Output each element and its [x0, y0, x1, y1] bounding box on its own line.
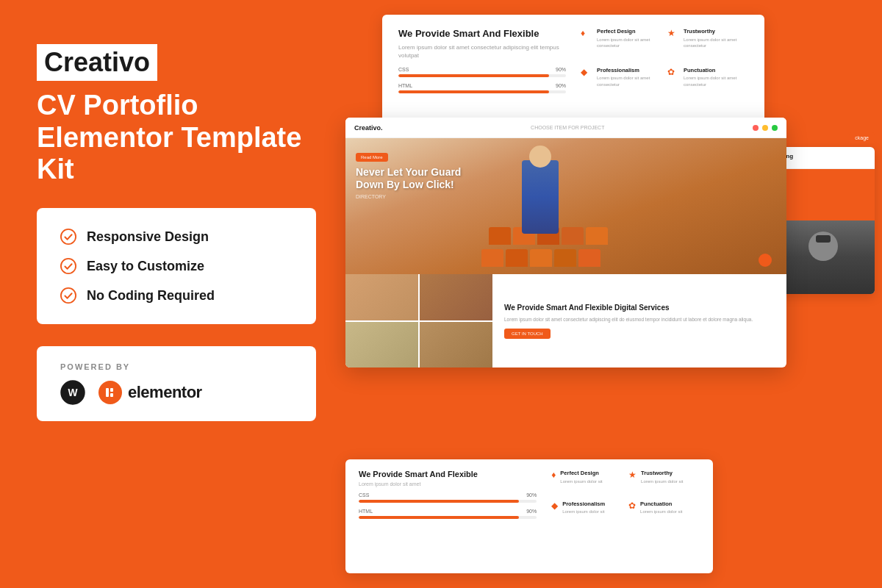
svg-point-1 — [61, 259, 76, 273]
sc-bottom-skill-css: CSS 90% — [359, 492, 537, 503]
design-name: Perfect Design — [597, 28, 662, 35]
features-box: Responsive Design Easy to Customize No C… — [37, 208, 316, 324]
skill-css-name: CSS — [398, 67, 409, 72]
sc-hero-area: Read More Never Let Your Guard Down By L… — [345, 138, 786, 274]
gallery-cell-2 — [420, 274, 492, 320]
bottom-design-icon: ♦ — [551, 470, 556, 480]
bottom-css-fill — [359, 500, 519, 503]
powered-box: POWERED BY W elementor — [37, 346, 316, 421]
sc-feature-design: ♦ Perfect Design Lorem ipsum dolor sit a… — [581, 28, 662, 61]
sc-services-title: We Provide Smart And Flexible Digital Se… — [504, 303, 775, 312]
sc-services-btn[interactable]: GET IN TOUCH — [504, 329, 551, 339]
sc-nav-label: CHOOSE ITEM FOR PROJECT — [531, 125, 604, 130]
sc-feature-professionalism: ◆ Professionalism Lorem ipsum dolor sit … — [581, 67, 662, 100]
bottom-punctuation-name: Punctuation — [640, 501, 682, 508]
subtitle-line1: CV Portoflio — [37, 90, 198, 121]
title-text: CV Portoflio Elementor Template Kit — [37, 90, 316, 186]
sc-services-desc: Lorem ipsum dolor sit amet consectetur a… — [504, 316, 775, 323]
sc-top-desc: Lorem ipsum dolor sit amet consectetur a… — [398, 43, 566, 60]
subtitle-line2: Elementor Template — [37, 122, 301, 153]
skill-css-bar-bg — [398, 74, 566, 77]
punctuation-name: Punctuation — [684, 67, 748, 74]
gallery-cell-3 — [345, 322, 418, 368]
sc-top-title: We Provide Smart And Flexible — [398, 28, 566, 39]
dot-red — [753, 125, 759, 131]
sc-nav-button[interactable] — [759, 254, 772, 267]
sc-feature-punctuation: ✿ Punctuation Lorem ipsum dolor sit amet… — [667, 67, 748, 100]
professionalism-desc: Lorem ipsum dolor sit amet consectetur — [597, 75, 662, 87]
svg-rect-6 — [106, 388, 109, 397]
sc-nav-dots — [753, 125, 778, 131]
screenshot-top: We Provide Smart And Flexible Lorem ipsu… — [382, 15, 764, 132]
svg-point-0 — [61, 229, 76, 244]
design-desc: Lorem ipsum dolor sit amet consectetur — [597, 37, 662, 49]
bottom-trustworthy-name: Trustworthy — [641, 470, 683, 477]
feature-label-customize: Easy to Customize — [87, 259, 204, 274]
sc-bottom-desc: Lorem ipsum dolor sit amet — [359, 481, 537, 487]
bottom-punctuation-desc: Lorem ipsum dolor sit — [640, 509, 682, 514]
check-icon-customize — [60, 258, 76, 274]
skill-html: HTML 90% — [398, 83, 566, 93]
bottom-professionalism-icon: ◆ — [551, 501, 558, 511]
sc-corner-label: ckage — [849, 132, 875, 143]
sc-main-header: Creativo. CHOOSE ITEM FOR PROJECT — [345, 118, 786, 138]
bottom-html-fill — [359, 516, 519, 519]
powered-by-label: POWERED BY — [60, 362, 293, 371]
sc-gallery-right: We Provide Smart And Flexible Digital Se… — [492, 274, 786, 368]
bottom-trustworthy-icon: ★ — [628, 470, 637, 480]
dot-yellow — [762, 125, 768, 131]
skill-html-bar-fill — [398, 90, 549, 93]
sc-bottom-feature-punctuation: ✿ Punctuation Lorem ipsum dolor sit — [628, 501, 700, 526]
feature-label-nocoding: No Coding Required — [87, 288, 215, 304]
brand-title: Creativo CV Portoflio Elementor Template… — [37, 44, 316, 186]
bottom-design-name: Perfect Design — [560, 470, 602, 477]
professionalism-name: Professionalism — [597, 67, 662, 74]
sc-bottom-right: ♦ Perfect Design Lorem ipsum dolor sit ★… — [551, 470, 700, 525]
svg-rect-8 — [110, 393, 113, 397]
bottom-design-desc: Lorem ipsum dolor sit — [560, 478, 602, 484]
sc-card-orange — [772, 169, 875, 220]
skill-html-pct: 90% — [556, 83, 566, 88]
feature-item-customize: Easy to Customize — [60, 258, 293, 274]
bottom-html-name: HTML — [359, 509, 373, 514]
bottom-professionalism-name: Professionalism — [562, 501, 605, 508]
brand-name-box: Creativo — [37, 44, 157, 81]
skill-css-pct: 90% — [556, 67, 566, 72]
sc-hero-overlay: Read More Never Let Your Guard Down By L… — [345, 138, 498, 209]
sc-bottom-feature-trustworthy: ★ Trustworthy Lorem ipsum dolor sit — [628, 470, 700, 495]
design-icon: ♦ — [581, 28, 592, 40]
sc-main-logo: Creativo. — [354, 124, 383, 132]
sc-bottom-title: We Provide Smart And Flexible — [359, 470, 537, 478]
punctuation-icon: ✿ — [667, 67, 679, 79]
sc-feature-trustworthy: ★ Trustworthy Lorem ipsum dolor sit amet… — [667, 28, 748, 61]
sc-gallery-left — [345, 274, 492, 368]
screenshot-bottom: We Provide Smart And Flexible Lorem ipsu… — [345, 459, 713, 573]
sc-hero-title: Never Let Your Guard Down By Low Click! — [356, 166, 488, 191]
sc-bottom-feature-design: ♦ Perfect Design Lorem ipsum dolor sit — [551, 470, 623, 495]
sc-bottom-feature-professionalism: ◆ Professionalism Lorem ipsum dolor sit — [551, 501, 623, 526]
skill-css: CSS 90% — [398, 67, 566, 77]
punctuation-desc: Lorem ipsum dolor sit amet consectetur — [684, 75, 748, 87]
skill-html-name: HTML — [398, 83, 412, 88]
bottom-trustworthy-desc: Lorem ipsum dolor sit — [641, 478, 683, 484]
brand-name: Creativo — [44, 47, 150, 77]
left-panel: Creativo CV Portoflio Elementor Template… — [0, 0, 353, 588]
elementor-icon — [98, 381, 122, 404]
bottom-punctuation-icon: ✿ — [628, 501, 636, 511]
check-icon-responsive — [60, 229, 76, 245]
sc-bottom-skill-html: HTML 90% — [359, 509, 537, 519]
bottom-css-pct: 90% — [526, 492, 537, 498]
sc-gallery-section: We Provide Smart And Flexible Digital Se… — [345, 274, 786, 368]
svg-point-2 — [61, 288, 76, 303]
check-icon-nocoding — [60, 287, 76, 304]
sc-hero-sub: DIRECTORY — [356, 194, 488, 199]
elementor-text: elementor — [128, 383, 202, 402]
trustworthy-desc: Lorem ipsum dolor sit amet consectetur — [684, 37, 748, 49]
gallery-cell-4 — [420, 322, 492, 368]
trustworthy-name: Trustworthy — [684, 28, 748, 35]
sc-chairs — [478, 138, 786, 274]
professionalism-icon: ◆ — [581, 67, 592, 79]
bottom-html-pct: 90% — [526, 509, 537, 514]
wordpress-logo: W — [60, 380, 85, 405]
powered-logos: W elementor — [60, 380, 293, 405]
